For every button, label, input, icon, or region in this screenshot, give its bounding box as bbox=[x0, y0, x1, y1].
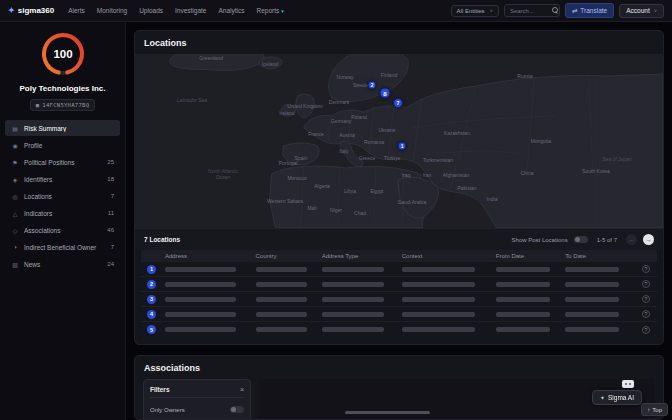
map-marker-cluster[interactable]: 8 bbox=[380, 88, 391, 99]
table-row[interactable]: 3? bbox=[141, 292, 657, 307]
nav-item-investigate[interactable]: Investigate bbox=[175, 7, 206, 14]
cell-redacted bbox=[400, 327, 494, 332]
table-row[interactable]: 4? bbox=[141, 307, 657, 322]
translate-label: Translate bbox=[580, 7, 607, 14]
risk-summary-icon: ▤ bbox=[11, 125, 19, 132]
col-address-type[interactable]: Address Type bbox=[320, 253, 400, 259]
info-icon[interactable]: ? bbox=[642, 326, 650, 334]
row-number-badge: 3 bbox=[147, 295, 156, 304]
search-box[interactable] bbox=[504, 4, 560, 17]
sidebar-item-count: 7 bbox=[111, 244, 114, 250]
table-row[interactable]: 5? bbox=[141, 322, 657, 337]
sidebar-item-associations[interactable]: ◇Associations46 bbox=[5, 222, 120, 238]
map-marker-cluster[interactable]: 1 bbox=[398, 142, 407, 151]
redacted-bar bbox=[165, 297, 236, 302]
table-row[interactable]: 2? bbox=[141, 277, 657, 292]
sidebar-item-locations[interactable]: ◎Locations7 bbox=[5, 188, 120, 204]
row-number-cell: 3 bbox=[141, 295, 163, 304]
risk-gauge: 100 bbox=[0, 30, 125, 78]
col-address[interactable]: Address bbox=[163, 253, 254, 259]
topnav-right: All Entities ∨ ⇄ Translate Account ∨ bbox=[451, 3, 664, 18]
cell-redacted bbox=[400, 312, 494, 317]
cell-redacted bbox=[254, 267, 320, 272]
cell-redacted bbox=[494, 282, 564, 287]
cell-redacted bbox=[163, 312, 254, 317]
nav-item-alerts[interactable]: Alerts bbox=[68, 7, 85, 14]
nav-item-uploads[interactable]: Uploads bbox=[139, 7, 163, 14]
cell-redacted bbox=[400, 267, 494, 272]
entity-filter-select[interactable]: All Entities ∨ bbox=[451, 5, 499, 17]
col-context[interactable]: Context bbox=[400, 253, 494, 259]
close-icon[interactable]: × bbox=[240, 386, 244, 393]
info-icon[interactable]: ? bbox=[642, 280, 650, 288]
sigma-ai-label: Sigma AI bbox=[608, 394, 634, 401]
redacted-bar bbox=[165, 312, 236, 317]
sidebar-item-profile[interactable]: ◉Profile bbox=[5, 137, 120, 153]
row-number-badge: 4 bbox=[147, 310, 156, 319]
redacted-bar bbox=[565, 327, 619, 332]
nav-item-analytics[interactable]: Analytics bbox=[218, 7, 244, 14]
cell-redacted bbox=[494, 327, 564, 332]
map-marker-cluster[interactable]: 7 bbox=[393, 98, 403, 108]
locations-section: Locations bbox=[134, 30, 664, 345]
horizontal-scrollbar[interactable] bbox=[345, 411, 430, 415]
col-to-date[interactable]: To Date bbox=[563, 253, 633, 259]
show-post-locations-toggle[interactable] bbox=[574, 236, 588, 243]
redacted-bar bbox=[322, 297, 384, 302]
row-info-cell: ? bbox=[633, 326, 657, 334]
account-button[interactable]: Account ∨ bbox=[619, 4, 664, 18]
logo[interactable]: ✦ sigma360 bbox=[8, 6, 54, 15]
risk-score-value: 100 bbox=[53, 48, 72, 60]
sidebar-item-identifiers[interactable]: ◈Identifiers18 bbox=[5, 171, 120, 187]
sidebar-item-news[interactable]: ▥News24 bbox=[5, 256, 120, 272]
locations-count: 7 Locations bbox=[144, 236, 506, 243]
sidebar-item-political-positions[interactable]: ⚑Political Positions25 bbox=[5, 154, 120, 170]
search-input[interactable] bbox=[510, 8, 548, 14]
locations-title: Locations bbox=[135, 31, 663, 54]
sidebar-item-count: 7 bbox=[111, 193, 114, 199]
translate-button[interactable]: ⇄ Translate bbox=[565, 3, 614, 18]
redacted-bar bbox=[165, 282, 236, 287]
dropdown-caret-icon: ▾ bbox=[281, 8, 284, 14]
sidebar-item-indirect-beneficial-owner[interactable]: ◑Indirect Beneficial Owner7 bbox=[5, 239, 120, 255]
news-icon: ▥ bbox=[11, 261, 19, 268]
only-owners-toggle[interactable] bbox=[230, 406, 244, 413]
search-icon bbox=[552, 7, 559, 14]
locations-table: AddressCountryAddress TypeContextFrom Da… bbox=[141, 250, 657, 337]
sigma-ai-handle[interactable] bbox=[622, 380, 634, 388]
info-icon[interactable]: ? bbox=[642, 265, 650, 273]
table-row[interactable]: 1? bbox=[141, 262, 657, 277]
profile-icon: ◉ bbox=[11, 142, 19, 149]
associations-icon: ◇ bbox=[11, 227, 19, 234]
pagination-prev-button[interactable]: ← bbox=[626, 234, 637, 245]
redacted-bar bbox=[402, 327, 476, 332]
nav-item-reports[interactable]: Reports▾ bbox=[256, 7, 283, 14]
nav-item-monitoring[interactable]: Monitoring bbox=[97, 7, 127, 14]
redacted-bar bbox=[256, 267, 307, 272]
cell-redacted bbox=[254, 297, 320, 302]
locations-map[interactable]: GreenlandIcelandNorwaySwedenFinlandRussi… bbox=[135, 54, 663, 228]
redacted-bar bbox=[322, 282, 384, 287]
sidebar-item-count: 46 bbox=[107, 227, 114, 233]
sigma-ai-button[interactable]: ✦ Sigma AI bbox=[592, 390, 642, 405]
redacted-bar bbox=[496, 297, 550, 302]
cell-redacted bbox=[400, 282, 494, 287]
col-country[interactable]: Country bbox=[254, 253, 320, 259]
account-label: Account bbox=[626, 7, 650, 14]
info-icon[interactable]: ? bbox=[642, 310, 650, 318]
pagination-next-button[interactable]: → bbox=[643, 234, 654, 245]
info-icon[interactable]: ? bbox=[642, 295, 650, 303]
sidebar-item-label: Political Positions bbox=[24, 159, 102, 166]
redacted-bar bbox=[565, 297, 619, 302]
map-marker-cluster[interactable]: 2 bbox=[368, 81, 377, 90]
indicators-icon: △ bbox=[11, 210, 19, 217]
entity-id-badge[interactable]: ▣ 14FCN5YHA77BQ bbox=[30, 99, 96, 111]
scroll-to-top-button[interactable]: ↑ Top bbox=[641, 403, 668, 416]
sidebar-item-label: Risk Summary bbox=[24, 125, 114, 132]
sidebar-item-risk-summary[interactable]: ▤Risk Summary bbox=[5, 120, 120, 136]
redacted-bar bbox=[565, 312, 619, 317]
redacted-bar bbox=[256, 282, 307, 287]
sidebar-item-count: 24 bbox=[107, 261, 114, 267]
sidebar-item-indicators[interactable]: △Indicators11 bbox=[5, 205, 120, 221]
col-from-date[interactable]: From Date bbox=[494, 253, 564, 259]
